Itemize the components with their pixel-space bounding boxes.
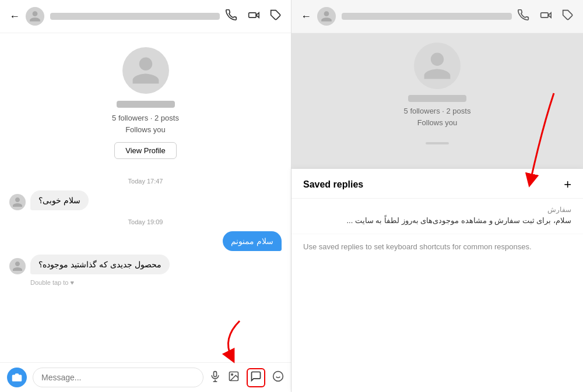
message-input[interactable] bbox=[33, 368, 203, 387]
reply-shortcut: سفارش bbox=[303, 206, 571, 214]
double-tap-hint: Double tap to ♥ bbox=[9, 279, 282, 286]
avatar bbox=[26, 7, 44, 26]
right-profile-section: 5 followers · 2 posts Follows you bbox=[292, 33, 583, 137]
back-button[interactable]: ← bbox=[9, 10, 20, 23]
profile-section: 5 followers · 2 posts Follows you View P… bbox=[0, 33, 291, 168]
message-row-sent-1: سلام ممنونم bbox=[9, 231, 282, 251]
bubble-received-2: محصول جدیدی که گذاشتید موجوده؟ bbox=[30, 255, 170, 274]
message-row-received-1: سلام خوبی؟ bbox=[9, 190, 282, 210]
left-chat-panel: ← 5 followers · 2 posts Follows you View bbox=[0, 0, 292, 392]
right-top-preview: ← 5 followers bbox=[292, 0, 583, 169]
view-profile-button[interactable]: View Profile bbox=[114, 142, 176, 159]
phone-icon[interactable] bbox=[226, 9, 237, 24]
msg-avatar-2 bbox=[9, 258, 26, 274]
input-icons bbox=[209, 368, 284, 387]
pull-handle[interactable] bbox=[426, 142, 449, 144]
right-panel: ← 5 followers bbox=[292, 0, 583, 392]
svg-rect-0 bbox=[249, 12, 257, 17]
emoji-icon[interactable] bbox=[272, 370, 284, 385]
right-back-button[interactable]: ← bbox=[301, 10, 311, 23]
mic-icon[interactable] bbox=[209, 370, 221, 385]
right-profile-name-blur bbox=[408, 95, 466, 102]
bubble-sent-1: سلام ممنونم bbox=[223, 231, 282, 251]
svg-rect-13 bbox=[541, 12, 549, 17]
left-top-bar: ← bbox=[0, 0, 291, 33]
svg-point-8 bbox=[231, 373, 233, 375]
bubble-received-1: سلام خوبی؟ bbox=[30, 190, 89, 210]
input-bar bbox=[0, 362, 291, 392]
saved-replies-header: Saved replies + bbox=[292, 169, 583, 199]
svg-point-9 bbox=[273, 371, 283, 381]
reply-text: سلام، برای ثبت سفارش و مشاهده موجودی‌های… bbox=[303, 215, 571, 227]
saved-replies-icon[interactable] bbox=[247, 368, 265, 387]
right-top-icons bbox=[518, 9, 574, 24]
svg-point-3 bbox=[15, 376, 19, 380]
right-profile-stats: 5 followers · 2 posts Follows you bbox=[404, 105, 471, 128]
right-top-bar: ← bbox=[292, 0, 583, 33]
right-avatar-small bbox=[317, 7, 336, 26]
right-profile-avatar bbox=[414, 43, 461, 89]
video-icon[interactable] bbox=[248, 9, 259, 24]
profile-avatar bbox=[122, 47, 169, 94]
saved-replies-panel: Saved replies + سفارش سلام، برای ثبت سفا… bbox=[292, 169, 583, 392]
timestamp-2: Today 19:09 bbox=[9, 218, 282, 225]
saved-replies-hint: Use saved replies to set keyboard shortc… bbox=[292, 234, 583, 260]
svg-rect-4 bbox=[214, 371, 217, 376]
right-tag-icon[interactable] bbox=[562, 9, 574, 24]
right-phone-icon[interactable] bbox=[518, 9, 529, 24]
chat-area: Today 17:47 سلام خوبی؟ Today 19:09 سلام … bbox=[0, 168, 291, 362]
image-icon[interactable] bbox=[228, 370, 240, 385]
camera-button[interactable] bbox=[7, 368, 27, 387]
profile-name-blur bbox=[117, 101, 175, 108]
tag-icon[interactable] bbox=[270, 9, 282, 24]
message-row-received-2: محصول جدیدی که گذاشتید موجوده؟ bbox=[9, 255, 282, 274]
msg-avatar bbox=[9, 194, 26, 210]
top-action-icons bbox=[226, 9, 282, 24]
saved-reply-item-1[interactable]: سفارش سلام، برای ثبت سفارش و مشاهده موجو… bbox=[292, 199, 583, 234]
right-username-blur bbox=[342, 13, 512, 20]
right-video-icon[interactable] bbox=[540, 9, 552, 24]
username-blur bbox=[50, 13, 220, 20]
timestamp-1: Today 17:47 bbox=[9, 178, 282, 185]
profile-stats: 5 followers · 2 posts Follows you bbox=[112, 112, 179, 135]
add-saved-reply-button[interactable]: + bbox=[564, 178, 571, 191]
saved-replies-title: Saved replies bbox=[303, 179, 363, 190]
